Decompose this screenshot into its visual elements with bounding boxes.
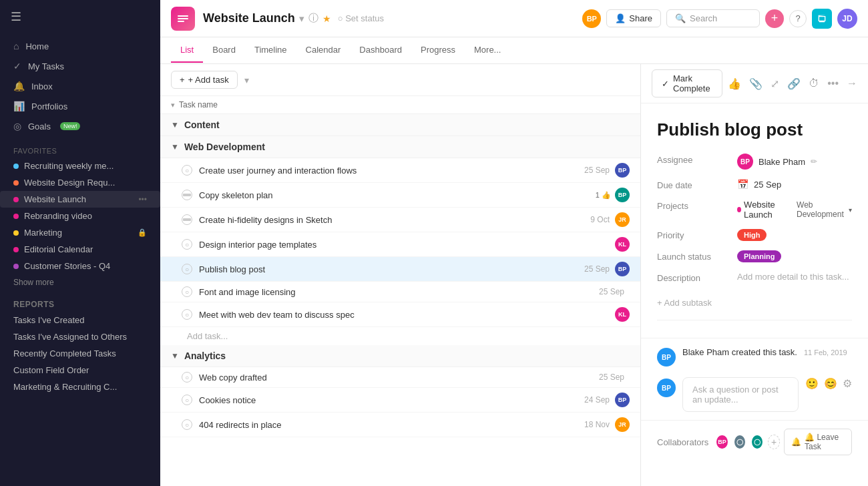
task-row[interactable]: ○ Web copy drafted 25 Sep — [160, 367, 640, 388]
task-check-circle[interactable]: ○ — [182, 264, 192, 274]
comment-input[interactable]: Ask a question or post an update... — [682, 377, 799, 412]
task-check-circle[interactable]: ○ — [182, 395, 192, 405]
home-icon: ⌂ — [13, 41, 19, 51]
project-dropdown-icon[interactable]: ▾ — [299, 13, 304, 25]
sidebar-nav: ⌂ Home ✓ My Tasks 🔔 Inbox 📊 Portfolios ◎… — [0, 33, 160, 139]
leave-task-button[interactable]: 🔔 🔔 Leave Task — [784, 429, 852, 455]
task-list-pane: + + Add task ▾ ▾ Task name ▼ Content ▼ W… — [160, 64, 641, 486]
add-task-button[interactable]: + + Add task — [171, 71, 238, 89]
tab-board[interactable]: Board — [203, 38, 245, 63]
section-webdev[interactable]: ▼ Web Development — [160, 136, 640, 158]
more-icon[interactable]: ••• — [827, 77, 839, 89]
timer-icon[interactable]: ⏱ — [809, 77, 819, 89]
sidebar-item-home[interactable]: ⌂ Home — [0, 36, 160, 56]
report-label: Tasks I've Created — [13, 315, 85, 325]
sidebar-item-portfolios[interactable]: 📊 Portfolios — [0, 96, 160, 116]
task-row[interactable]: ○ Cookies notice 24 Sep BP — [160, 388, 640, 413]
add-collaborator-button[interactable]: + — [768, 435, 780, 449]
tab-calendar[interactable]: Calendar — [296, 38, 351, 63]
section-analytics[interactable]: ▼ Analytics — [160, 345, 640, 367]
sidebar-fav-webdesign[interactable]: Website Design Requ... — [0, 174, 160, 191]
sidebar-item-goals[interactable]: ◎ Goals New! — [0, 116, 160, 136]
content-split: + + Add task ▾ ▾ Task name ▼ Content ▼ W… — [160, 64, 868, 486]
add-subtask-button[interactable]: + Add subtask — [657, 292, 852, 313]
tab-more[interactable]: More... — [465, 38, 510, 63]
task-check-circle[interactable] — [182, 190, 192, 200]
project-tag-2[interactable]: Web Development ▾ — [797, 200, 852, 219]
task-check-circle[interactable]: ○ — [182, 309, 192, 320]
mark-complete-button[interactable]: ✓ Mark Complete — [652, 69, 722, 97]
info-icon[interactable]: ⓘ — [308, 12, 318, 25]
duplicate-icon[interactable]: ⤢ — [771, 77, 779, 90]
task-check-circle[interactable]: ○ — [182, 286, 192, 297]
attach-icon[interactable]: 📎 — [749, 77, 763, 90]
help-button[interactable]: ? — [789, 10, 807, 27]
task-name: Meet with web dev team to discuss spec — [199, 310, 615, 320]
task-name: Design interior page templates — [199, 240, 615, 250]
add-button[interactable]: + — [765, 9, 784, 28]
sidebar-fav-rebranding[interactable]: Rebranding video — [0, 208, 160, 224]
task-row[interactable]: Copy skeleton plan 1 👍 BP — [160, 183, 640, 208]
share-button[interactable]: 👤 Share — [606, 9, 661, 27]
star-icon[interactable]: ★ — [322, 13, 331, 24]
emoji-icon[interactable]: 🙂 — [805, 377, 819, 390]
sidebar-item-mytasks[interactable]: ✓ My Tasks — [0, 56, 160, 76]
section-label: Web Development — [184, 142, 265, 152]
task-row[interactable]: ○ Create user journey and interaction fl… — [160, 158, 640, 183]
sidebar-fav-websitelaunch[interactable]: Website Launch ••• — [0, 191, 160, 208]
notification-button[interactable] — [812, 9, 832, 29]
search-input[interactable]: 🔍 Search — [666, 9, 760, 27]
smile-icon[interactable]: 😊 — [824, 377, 837, 390]
task-row[interactable]: ○ Design interior page templates KL — [160, 232, 640, 257]
task-check-circle[interactable] — [182, 214, 192, 225]
sidebar-fav-recruiting[interactable]: Recruiting weekly me... — [0, 158, 160, 174]
tab-progress[interactable]: Progress — [411, 38, 465, 63]
report-marketing-recruiting[interactable]: Marketing & Recruiting C... — [0, 379, 160, 395]
description-value[interactable]: Add more detail to this task... — [737, 272, 852, 282]
fav-extra-dots[interactable]: ••• — [138, 195, 147, 204]
report-tasks-assigned[interactable]: Tasks I've Assigned to Others — [0, 328, 160, 345]
task-row[interactable]: ○ Font and image licensing 25 Sep — [160, 282, 640, 302]
sidebar-fav-customer[interactable]: Customer Stories - Q4 — [0, 258, 160, 274]
assignee-edit-icon[interactable]: ✏ — [811, 157, 817, 166]
like-icon[interactable]: 👍 — [728, 77, 741, 90]
set-status-btn[interactable]: ○ Set status — [338, 13, 384, 23]
settings-icon[interactable]: ⚙ — [843, 377, 852, 390]
task-check-circle[interactable]: ○ — [182, 239, 192, 250]
tab-list[interactable]: List — [171, 38, 203, 63]
task-list-toolbar: + + Add task ▾ — [160, 64, 640, 96]
tab-timeline[interactable]: Timeline — [245, 38, 296, 63]
sidebar-toggle-icon[interactable]: ☰ — [11, 9, 21, 24]
sidebar-fav-editorial[interactable]: Editorial Calendar — [0, 241, 160, 258]
task-check-circle[interactable]: ○ — [182, 372, 192, 383]
task-row[interactable]: ○ 404 redirects in place 18 Nov JR — [160, 413, 640, 437]
add-task-inline[interactable]: Add task... — [160, 327, 640, 345]
link-icon[interactable]: 🔗 — [787, 77, 801, 90]
task-date: 9 Oct — [590, 215, 610, 224]
bell-icon: 🔔 — [13, 81, 25, 91]
user-avatar[interactable]: JD — [837, 9, 857, 29]
report-custom-field[interactable]: Custom Field Order — [0, 362, 160, 379]
report-recently-completed[interactable]: Recently Completed Tasks — [0, 345, 160, 362]
project-icon — [171, 7, 195, 31]
task-row[interactable]: Create hi-fidelity designs in Sketch 9 O… — [160, 208, 640, 232]
priority-badge[interactable]: High — [737, 229, 767, 241]
close-icon[interactable]: → — [847, 77, 857, 89]
duedate-value[interactable]: 📅 25 Sep — [737, 179, 852, 190]
sidebar-item-goals-label: Goals — [28, 121, 51, 132]
tab-dashboard[interactable]: Dashboard — [350, 38, 411, 63]
sidebar-item-inbox[interactable]: 🔔 Inbox — [0, 76, 160, 96]
task-row[interactable]: ○ Meet with web dev team to discuss spec… — [160, 302, 640, 327]
task-check-circle[interactable]: ○ — [182, 419, 192, 430]
launch-status-badge[interactable]: Planning — [737, 250, 781, 262]
show-more-btn[interactable]: Show more — [0, 274, 160, 290]
project-tag-1[interactable]: Website Launch — [737, 200, 791, 220]
task-check-circle[interactable]: ○ — [182, 165, 192, 176]
report-tasks-created[interactable]: Tasks I've Created — [0, 312, 160, 328]
task-date: 18 Nov — [584, 420, 610, 429]
add-task-dropdown[interactable]: ▾ — [244, 75, 249, 85]
task-row-selected[interactable]: ○ Publish blog post 25 Sep BP — [160, 257, 640, 282]
sidebar-fav-marketing[interactable]: Marketing 🔒 — [0, 224, 160, 241]
detail-toolbar: ✓ Mark Complete 👍 📎 ⤢ 🔗 ⏱ ••• → — [641, 64, 868, 103]
section-content[interactable]: ▼ Content — [160, 114, 640, 136]
